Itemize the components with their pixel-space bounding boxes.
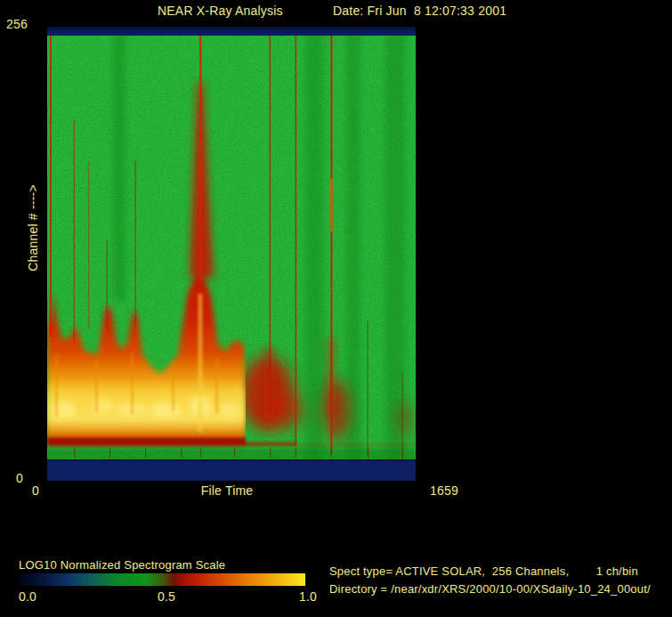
border-band-bottom bbox=[47, 459, 416, 481]
spect-type-info: Spect type= ACTIVE SOLAR, 256 Channels, … bbox=[329, 564, 638, 578]
spectrogram-image bbox=[47, 27, 416, 481]
date-label: Date: Fri Jun 8 12:07:33 2001 bbox=[333, 4, 506, 18]
y-axis-max-label: 256 bbox=[6, 17, 28, 31]
spectrogram-plot bbox=[47, 27, 416, 481]
y-axis-min-label: 0 bbox=[16, 471, 23, 485]
near-xray-analysis-window: { "header": { "title": "NEAR X-Ray Analy… bbox=[0, 0, 672, 617]
border-band-top bbox=[47, 27, 416, 36]
colorbar-tick-mid: 0.5 bbox=[153, 589, 180, 604]
colorbar-tick-max: 1.0 bbox=[295, 589, 321, 604]
page-title: NEAR X-Ray Analysis bbox=[158, 4, 283, 18]
colorbar-tick-min: 0.0 bbox=[19, 589, 36, 604]
flame-bottom-edge bbox=[47, 438, 246, 445]
directory-info: Directory = /near/xdr/XRS/2000/10-00/XSd… bbox=[329, 582, 651, 596]
colorbar-title: LOG10 Normalized Spectrogram Scale bbox=[19, 558, 225, 572]
x-axis-max-label: 1659 bbox=[430, 483, 458, 498]
y-axis-label: Channel # ----> bbox=[26, 156, 40, 300]
colorbar-gradient bbox=[20, 573, 305, 586]
x-axis-min-label: 0 bbox=[32, 483, 39, 498]
x-axis-label: File Time bbox=[178, 483, 276, 498]
